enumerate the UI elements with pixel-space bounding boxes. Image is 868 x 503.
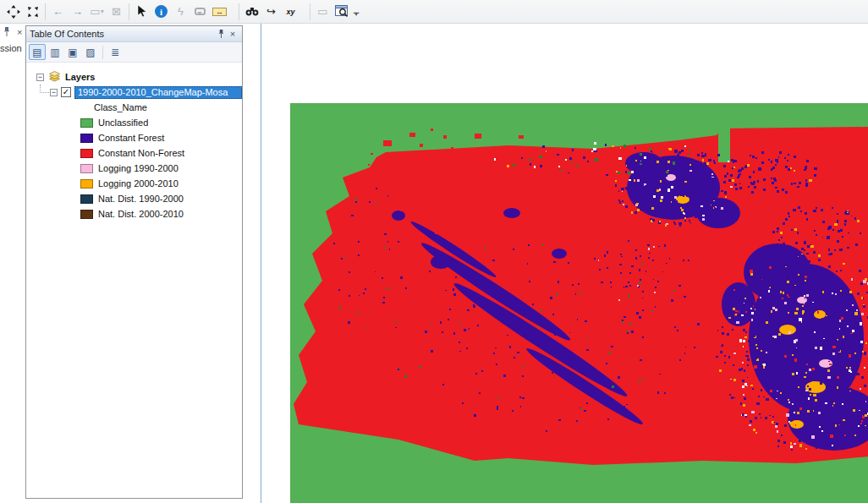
xy-icon: xy bbox=[286, 8, 294, 16]
scale-combo-button[interactable]: ▭▾ bbox=[87, 3, 107, 21]
map-view[interactable] bbox=[261, 24, 868, 503]
forward-extent-button[interactable]: → bbox=[68, 3, 87, 21]
toc-toolbar: ▤ ▥ ▣ ▨ ≣ bbox=[26, 42, 242, 63]
layer-row[interactable]: − ✓ 1990-2000-2010_ChangeMap-Mosa bbox=[26, 85, 242, 100]
list-by-visibility-button[interactable]: ▣ bbox=[64, 44, 81, 60]
layers-tree: − Layers − ✓ 1990-2000-2010_ChangeMap-Mo… bbox=[26, 63, 242, 498]
back-extent-button[interactable]: ← bbox=[48, 3, 68, 21]
hyperlink-button[interactable]: ϟ bbox=[171, 3, 190, 21]
layers-icon bbox=[47, 71, 62, 83]
speech-bubble-icon bbox=[195, 8, 206, 15]
layers-root-label: Layers bbox=[65, 72, 95, 82]
toc-options-button[interactable]: ≣ bbox=[107, 44, 124, 60]
chevron-down-icon: ▾ bbox=[354, 12, 358, 16]
xy-tool-button[interactable]: xy bbox=[281, 3, 300, 21]
legend-row[interactable]: Nat. Dist. 2000-2010 bbox=[26, 206, 242, 221]
ruler-icon: ↔ bbox=[212, 8, 227, 16]
legend-swatch[interactable] bbox=[80, 164, 93, 173]
cursor-arrow-icon bbox=[137, 5, 147, 18]
legend-row[interactable]: Unclassified bbox=[26, 115, 242, 130]
window-tool-button[interactable]: ▭ bbox=[313, 3, 332, 21]
legend-swatch[interactable] bbox=[80, 179, 93, 189]
legend-row[interactable]: Constant Forest bbox=[26, 130, 242, 145]
scale-combo-icon: ▭ bbox=[90, 5, 100, 18]
legend-label: Nat. Dist. 1990-2000 bbox=[98, 194, 184, 204]
toolbar-separator bbox=[45, 3, 46, 20]
collapse-icon[interactable]: − bbox=[50, 89, 58, 96]
legend-label: Unclassified bbox=[98, 118, 148, 128]
legend-swatch[interactable] bbox=[80, 134, 93, 143]
toolbar-separator bbox=[239, 3, 239, 20]
pin-icon bbox=[217, 29, 225, 39]
toc-pin-button[interactable] bbox=[215, 29, 227, 39]
close-icon[interactable]: × bbox=[17, 27, 22, 37]
mosaic-notch bbox=[718, 127, 730, 162]
legend-swatch[interactable] bbox=[80, 118, 93, 128]
toc-title-bar[interactable]: Table Of Contents × bbox=[26, 26, 242, 42]
legend-swatch[interactable] bbox=[80, 194, 93, 204]
legend-label: Logging 1990-2000 bbox=[98, 163, 179, 173]
toolbar-separator bbox=[310, 3, 310, 20]
hidden-panel-controls: × bbox=[3, 26, 22, 37]
legend-row[interactable]: Nat. Dist. 1990-2000 bbox=[26, 191, 242, 206]
full-extent-button[interactable] bbox=[23, 3, 42, 21]
find-button[interactable] bbox=[242, 3, 261, 21]
pan-arrows-button[interactable] bbox=[3, 3, 23, 21]
main-toolbar: ← → ▭▾ ⊠ i ϟ ↔ ↪ xy ▭ bbox=[0, 0, 868, 24]
docked-tab[interactable]: ssion bbox=[0, 43, 22, 53]
table-of-contents-panel: Table Of Contents × ▤ ▥ ▣ ▨ ≣ − Layers bbox=[25, 25, 243, 499]
list-by-drawing-order-button[interactable]: ▤ bbox=[29, 44, 46, 60]
toolbar-separator bbox=[129, 3, 129, 20]
legend-swatch[interactable] bbox=[80, 149, 93, 158]
legend-row[interactable]: Logging 1990-2000 bbox=[26, 161, 242, 176]
extent-arrows-icon bbox=[26, 5, 40, 19]
layer-visibility-checkbox[interactable]: ✓ bbox=[61, 87, 71, 97]
legend-label: Logging 2000-2010 bbox=[98, 178, 179, 189]
layer-name-selected[interactable]: 1990-2000-2010_ChangeMap-Mosa bbox=[74, 86, 242, 99]
legend-row[interactable]: Logging 2000-2010 bbox=[26, 176, 242, 191]
list-by-selection-button[interactable]: ▨ bbox=[82, 44, 99, 60]
toc-title: Table Of Contents bbox=[30, 29, 215, 39]
toc-close-button[interactable]: × bbox=[227, 29, 239, 39]
tree-connector bbox=[40, 92, 49, 93]
chevron-down-icon: ▾ bbox=[101, 8, 104, 15]
clear-selection-button[interactable]: ⊠ bbox=[107, 3, 126, 21]
toolbar-overflow-button[interactable]: ▁ ▾ bbox=[354, 8, 359, 16]
pin-icon[interactable] bbox=[3, 26, 11, 37]
pan-arrows-icon bbox=[7, 5, 20, 19]
toc-toolbar-separator bbox=[102, 46, 103, 59]
field-row[interactable]: Class_Name bbox=[26, 100, 242, 115]
identify-button[interactable]: i bbox=[151, 3, 171, 21]
map-canvas[interactable] bbox=[261, 24, 868, 503]
go-to-xy-button[interactable]: ↪ bbox=[261, 3, 281, 21]
html-popup-button[interactable] bbox=[190, 3, 210, 21]
legend-label: Nat. Dist. 2000-2010 bbox=[98, 209, 184, 219]
binoculars-icon bbox=[245, 6, 259, 17]
legend-row[interactable]: Constant Non-Forest bbox=[26, 145, 242, 161]
measure-button[interactable]: ↔ bbox=[210, 3, 229, 21]
field-label: Class_Name bbox=[94, 102, 147, 112]
viewer-window-button[interactable] bbox=[332, 3, 352, 21]
legend-swatch[interactable] bbox=[80, 210, 93, 219]
magnifier-window-icon bbox=[335, 5, 349, 18]
legend-label: Constant Forest bbox=[98, 133, 164, 143]
tree-root-row[interactable]: − Layers bbox=[26, 69, 242, 85]
list-by-source-button[interactable]: ▥ bbox=[47, 44, 63, 60]
collapse-icon[interactable]: − bbox=[36, 74, 44, 81]
legend-label: Constant Non-Forest bbox=[98, 148, 184, 158]
select-elements-button[interactable] bbox=[132, 3, 151, 21]
identify-icon: i bbox=[155, 5, 168, 18]
